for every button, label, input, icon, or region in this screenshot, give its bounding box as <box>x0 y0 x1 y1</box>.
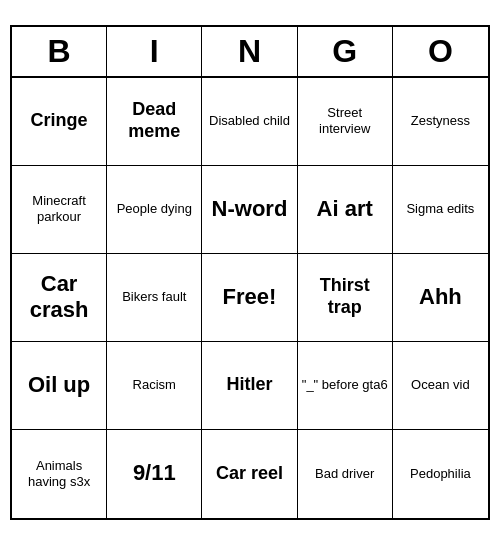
bingo-cell: Racism <box>107 342 202 430</box>
bingo-cell: N-word <box>202 166 297 254</box>
bingo-cell: Zestyness <box>393 78 488 166</box>
bingo-cell: Dead meme <box>107 78 202 166</box>
bingo-cell: Animals having s3x <box>12 430 107 518</box>
header-letter: N <box>202 27 297 76</box>
bingo-cell: Sigma edits <box>393 166 488 254</box>
bingo-cell: Minecraft parkour <box>12 166 107 254</box>
bingo-cell: Car reel <box>202 430 297 518</box>
bingo-cell: Oil up <box>12 342 107 430</box>
bingo-cell: Cringe <box>12 78 107 166</box>
bingo-cell: Disabled child <box>202 78 297 166</box>
header-letter: G <box>298 27 393 76</box>
bingo-cell: Ocean vid <box>393 342 488 430</box>
bingo-cell: "_" before gta6 <box>298 342 393 430</box>
bingo-cell: Bad driver <box>298 430 393 518</box>
bingo-cell: Bikers fault <box>107 254 202 342</box>
bingo-cell: Pedophilia <box>393 430 488 518</box>
bingo-cell: Street interview <box>298 78 393 166</box>
bingo-card: BINGO CringeDead memeDisabled childStree… <box>10 25 490 520</box>
bingo-cell: Hitler <box>202 342 297 430</box>
bingo-grid: CringeDead memeDisabled childStreet inte… <box>12 78 488 518</box>
bingo-cell: Car crash <box>12 254 107 342</box>
header-letter: B <box>12 27 107 76</box>
bingo-cell: People dying <box>107 166 202 254</box>
bingo-cell: Ahh <box>393 254 488 342</box>
bingo-cell: 9/11 <box>107 430 202 518</box>
header-letter: O <box>393 27 488 76</box>
header-letter: I <box>107 27 202 76</box>
bingo-header: BINGO <box>12 27 488 78</box>
bingo-cell: Free! <box>202 254 297 342</box>
bingo-cell: Ai art <box>298 166 393 254</box>
bingo-cell: Thirst trap <box>298 254 393 342</box>
